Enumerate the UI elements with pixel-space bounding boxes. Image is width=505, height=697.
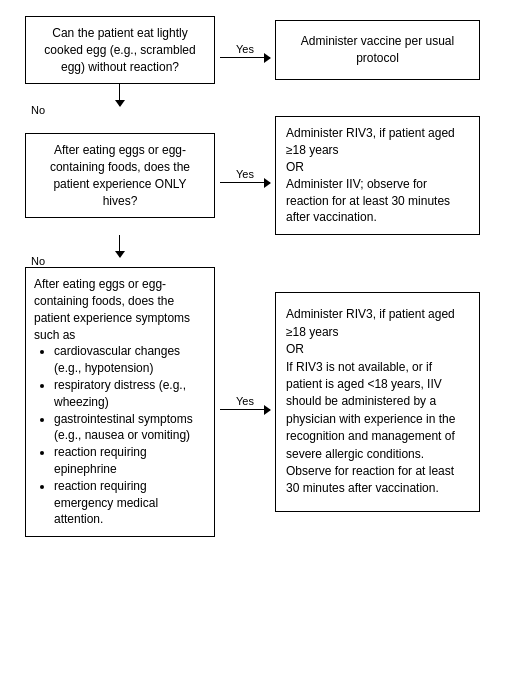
box1-right-text: Administer vaccine per usual protocol: [286, 33, 469, 67]
list-item: reaction requiring epinephrine: [54, 444, 206, 478]
box3-bullets: cardiovascular changes (e.g., hypotensio…: [34, 343, 206, 528]
yes-arrow-1: Yes: [215, 43, 275, 58]
list-item: gastrointestinal symptoms (e.g., nausea …: [54, 411, 206, 445]
no-label-2: No: [31, 255, 45, 267]
flowchart: Can the patient eat lightly cooked egg (…: [16, 16, 489, 537]
yes-label-1: Yes: [236, 43, 254, 55]
no-label-1: No: [31, 104, 45, 116]
box3: After eating eggs or egg-containing food…: [25, 267, 215, 537]
box2-right-text: Administer RIV3, if patient aged ≥18 yea…: [286, 125, 469, 226]
yes-arrow-2: Yes: [215, 168, 275, 183]
no-arrow-2: No: [25, 235, 215, 267]
yes-arrow-3: Yes: [215, 395, 275, 410]
box1-right: Administer vaccine per usual protocol: [275, 20, 480, 80]
box2-text: After eating eggs or egg-containing food…: [36, 142, 204, 209]
box3-right: Administer RIV3, if patient aged ≥18 yea…: [275, 292, 480, 512]
list-item: cardiovascular changes (e.g., hypotensio…: [54, 343, 206, 377]
yes-label-3: Yes: [236, 395, 254, 407]
box2-right: Administer RIV3, if patient aged ≥18 yea…: [275, 116, 480, 235]
yes-label-2: Yes: [236, 168, 254, 180]
box3-right-text: Administer RIV3, if patient aged ≥18 yea…: [286, 306, 469, 497]
box2: After eating eggs or egg-containing food…: [25, 133, 215, 218]
list-item: respiratory distress (e.g., wheezing): [54, 377, 206, 411]
box1: Can the patient eat lightly cooked egg (…: [25, 16, 215, 84]
no-arrow-1: No: [25, 84, 215, 116]
list-item: reaction requiring emergency medical att…: [54, 478, 206, 528]
box1-text: Can the patient eat lightly cooked egg (…: [44, 26, 195, 74]
box3-intro: After eating eggs or egg-containing food…: [34, 276, 206, 343]
